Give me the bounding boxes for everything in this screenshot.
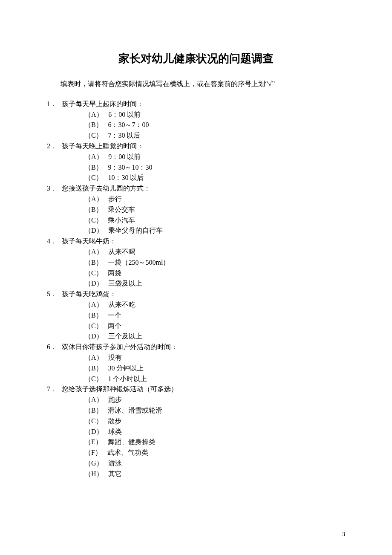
- option-item: （A）9：00 以前: [84, 152, 345, 162]
- page-number: 3: [342, 531, 345, 538]
- page-title: 家长对幼儿健康状况的问题调查: [47, 51, 345, 66]
- question-text: 双休日你带孩子参加户外活动的时间：: [62, 342, 345, 353]
- option-item: （C）乘小汽车: [84, 215, 345, 226]
- option-item: （A）步行: [84, 194, 345, 205]
- option-item: （C）散步: [84, 416, 345, 427]
- option-text: 三袋及以上: [108, 278, 345, 289]
- question-header: 5． 孩子每天吃鸡蛋：: [47, 289, 345, 300]
- option-text: 滑冰、滑雪或轮滑: [108, 405, 345, 416]
- question-text: 您接送孩子去幼儿园的方式：: [62, 183, 345, 194]
- option-text: 9：00 以前: [108, 152, 345, 162]
- question-item: 7． 您给孩子选择那种锻炼活动（可多选） （A）跑步 （B）滑冰、滑雪或轮滑 （…: [47, 384, 345, 479]
- option-text: 一袋（250～500ml）: [108, 257, 345, 268]
- option-label: （A）: [84, 247, 103, 257]
- option-label: （A）: [84, 152, 103, 162]
- option-text: 游泳: [108, 458, 345, 469]
- question-number: 1．: [47, 99, 62, 110]
- option-text: 乘坐父母的自行车: [108, 225, 345, 236]
- option-item: （D）三袋及以上: [84, 278, 345, 289]
- option-item: （A）6：00 以前: [84, 110, 345, 120]
- option-text: 步行: [108, 194, 345, 205]
- option-item: （C）两个: [84, 321, 345, 332]
- option-item: （B）6：30～7：00: [84, 120, 345, 130]
- question-header: 6． 双休日你带孩子参加户外活动的时间：: [47, 342, 345, 353]
- option-label: （F）: [84, 448, 102, 458]
- option-item: （D）三个及以上: [84, 331, 345, 342]
- option-list: （A）从来不吃 （B）一个 （C）两个 （D）三个及以上: [84, 300, 345, 342]
- option-text: 1 个小时以上: [108, 374, 345, 384]
- option-item: （C）10：30 以后: [84, 173, 345, 183]
- option-label: （A）: [84, 300, 103, 310]
- option-text: 从来不吃: [108, 300, 345, 310]
- option-label: （E）: [84, 437, 102, 448]
- option-label: （D）: [84, 331, 103, 342]
- option-label: （A）: [84, 110, 103, 120]
- option-label: （C）: [84, 321, 103, 332]
- question-header: 4． 孩子每天喝牛奶：: [47, 236, 345, 247]
- option-text: 武术、气功类: [107, 448, 345, 458]
- option-label: （C）: [84, 173, 103, 183]
- document-page: 家长对幼儿健康状况的问题调查 填表时，请将符合您实际情况填写在横线上，或在答案前…: [0, 0, 392, 555]
- option-label: （B）: [84, 162, 103, 173]
- option-label: （C）: [84, 130, 103, 141]
- option-label: （C）: [84, 215, 103, 226]
- option-item: （H）其它: [84, 469, 345, 480]
- question-item: 5． 孩子每天吃鸡蛋： （A）从来不吃 （B）一个 （C）两个 （D）三个及以上: [47, 289, 345, 342]
- option-label: （C）: [84, 374, 103, 384]
- option-label: （B）: [84, 310, 103, 321]
- question-item: 1． 孩子每天早上起床的时间： （A）6：00 以前 （B）6：30～7：00 …: [47, 99, 345, 141]
- option-item: （B）一个: [84, 310, 345, 321]
- option-label: （B）: [84, 257, 103, 268]
- option-text: 散步: [108, 416, 345, 427]
- option-label: （C）: [84, 268, 103, 279]
- option-item: （A）没有: [84, 353, 345, 363]
- option-label: （A）: [84, 395, 103, 405]
- option-item: （B）乘公交车: [84, 205, 345, 215]
- option-text: 两袋: [108, 268, 345, 279]
- question-number: 6．: [47, 342, 62, 353]
- option-label: （B）: [84, 120, 103, 130]
- option-label: （D）: [84, 278, 103, 289]
- option-item: （D）乘坐父母的自行车: [84, 225, 345, 236]
- option-text: 跑步: [108, 395, 345, 405]
- option-item: （B）9：30～10：30: [84, 162, 345, 173]
- option-list: （A）9：00 以前 （B）9：30～10：30 （C）10：30 以后: [84, 152, 345, 183]
- question-text: 孩子每天早上起床的时间：: [62, 99, 345, 110]
- option-item: （A）从来不吃: [84, 300, 345, 310]
- option-text: 乘公交车: [108, 205, 345, 215]
- option-text: 一个: [108, 310, 345, 321]
- option-item: （C）1 个小时以上: [84, 374, 345, 384]
- question-number: 4．: [47, 236, 62, 247]
- question-number: 5．: [47, 289, 62, 300]
- option-label: （G）: [84, 458, 103, 469]
- option-item: （C）两袋: [84, 268, 345, 279]
- question-number: 3．: [47, 183, 62, 194]
- question-text: 孩子每天吃鸡蛋：: [62, 289, 345, 300]
- option-text: 三个及以上: [108, 331, 345, 342]
- option-label: （A）: [84, 353, 103, 363]
- option-item: （B）滑冰、滑雪或轮滑: [84, 405, 345, 416]
- question-item: 2． 孩子每天晚上睡觉的时间： （A）9：00 以前 （B）9：30～10：30…: [47, 141, 345, 183]
- question-item: 3． 您接送孩子去幼儿园的方式： （A）步行 （B）乘公交车 （C）乘小汽车 （…: [47, 183, 345, 236]
- option-item: （D）球类: [84, 427, 345, 437]
- option-text: 两个: [108, 321, 345, 332]
- option-text: 9：30～10：30: [108, 162, 345, 173]
- question-number: 2．: [47, 141, 62, 152]
- option-label: （D）: [84, 427, 103, 437]
- option-item: （A）从来不喝: [84, 247, 345, 257]
- option-label: （H）: [84, 469, 103, 480]
- option-text: 从来不喝: [108, 247, 345, 257]
- option-text: 球类: [108, 427, 345, 437]
- option-item: （B）一袋（250～500ml）: [84, 257, 345, 268]
- question-text: 孩子每天晚上睡觉的时间：: [62, 141, 345, 152]
- instruction-text: 填表时，请将符合您实际情况填写在横线上，或在答案前的序号上划“√”: [47, 78, 345, 90]
- question-item: 4． 孩子每天喝牛奶： （A）从来不喝 （B）一袋（250～500ml） （C）…: [47, 236, 345, 289]
- question-text: 孩子每天喝牛奶：: [62, 236, 345, 247]
- question-header: 7． 您给孩子选择那种锻炼活动（可多选）: [47, 384, 345, 395]
- option-item: （E）舞蹈、健身操类: [84, 437, 345, 448]
- option-item: （C）7：30 以后: [84, 130, 345, 141]
- option-list: （A）跑步 （B）滑冰、滑雪或轮滑 （C）散步 （D）球类 （E）舞蹈、健身操类…: [84, 395, 345, 479]
- option-text: 乘小汽车: [108, 215, 345, 226]
- question-header: 1． 孩子每天早上起床的时间：: [47, 99, 345, 110]
- option-text: 10：30 以后: [108, 173, 345, 183]
